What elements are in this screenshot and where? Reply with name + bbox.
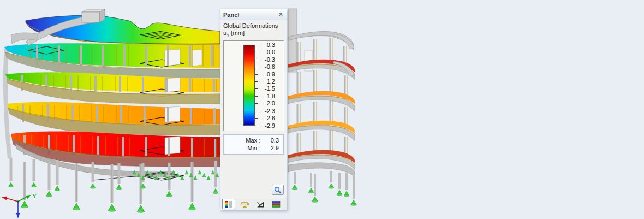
protractor-icon bbox=[256, 200, 265, 208]
panel-zoom-button[interactable] bbox=[272, 185, 284, 195]
close-icon[interactable]: ✕ bbox=[278, 11, 284, 17]
mini-support-cone bbox=[198, 170, 201, 174]
quantity-unit: [mm] bbox=[231, 29, 245, 36]
tick-mark bbox=[255, 96, 258, 97]
tick-mark bbox=[255, 81, 258, 82]
y-axis-arrowhead bbox=[26, 195, 31, 199]
tick-mark bbox=[255, 67, 258, 67]
result-quantity-label: uY [mm] bbox=[223, 29, 284, 39]
support-cones bbox=[9, 182, 219, 212]
scale-tick: -0.9 bbox=[255, 72, 275, 78]
quantity-subscript: Y bbox=[226, 33, 229, 38]
scale-tick: -1.8 bbox=[255, 93, 275, 99]
min-label: Min bbox=[241, 144, 257, 152]
display-colors-icon bbox=[272, 200, 281, 208]
panel-titlebar[interactable]: Panel ✕ bbox=[220, 9, 287, 20]
scale-tick: -2.0 bbox=[255, 100, 275, 106]
x-axis-arrowhead bbox=[2, 197, 7, 200]
scale-tick: -2.3 bbox=[255, 108, 275, 114]
tick-mark bbox=[255, 111, 258, 111]
mini-support-cone bbox=[194, 176, 197, 180]
scale-tick: -2.9 bbox=[255, 123, 275, 129]
tab-color-scale[interactable] bbox=[222, 199, 235, 209]
max-label: Max bbox=[241, 137, 257, 144]
scale-tick: -0.6 bbox=[255, 64, 275, 70]
tick-label: -0.9 bbox=[260, 72, 275, 78]
model-viewport[interactable]: Y bbox=[0, 0, 644, 219]
z-axis-arrowhead bbox=[16, 213, 20, 218]
x-axis bbox=[7, 198, 18, 202]
tick-label: -0.6 bbox=[260, 64, 275, 70]
y-axis-label: Y bbox=[33, 193, 36, 199]
tick-label: -2.0 bbox=[260, 100, 275, 106]
color-scale-icon bbox=[224, 200, 233, 208]
scale-tick: 0.3 bbox=[255, 42, 275, 48]
building-model bbox=[3, 9, 220, 212]
panel-toolbar bbox=[220, 198, 287, 210]
max-separator: : bbox=[257, 137, 263, 144]
tab-angles[interactable] bbox=[254, 199, 267, 209]
scale-tick: -2.6 bbox=[255, 115, 275, 121]
panel-window[interactable]: Panel ✕ Global Deformations uY [mm] 0.30… bbox=[220, 9, 287, 210]
scale-tick: 0.0 bbox=[255, 49, 275, 55]
scales-icon bbox=[240, 200, 249, 208]
panel-body: Global Deformations uY [mm] 0.30.0-0.3-0… bbox=[220, 20, 287, 198]
result-type-label: Global Deformations bbox=[223, 22, 284, 29]
tick-mark bbox=[255, 118, 258, 119]
tick-label: -1.2 bbox=[260, 79, 275, 85]
tick-label: -1.5 bbox=[260, 86, 275, 92]
tick-label: -2.6 bbox=[260, 115, 275, 121]
panel-title: Panel bbox=[223, 11, 278, 18]
min-separator: : bbox=[257, 144, 263, 152]
panel-spacer bbox=[223, 155, 284, 185]
color-scale: 0.30.0-0.3-0.6-0.9-1.2-1.5-1.8-2.0-2.3-2… bbox=[223, 40, 284, 131]
mini-support-cone bbox=[202, 173, 206, 177]
minmax-box: Max : 0.3 Min : -2.9 bbox=[223, 134, 284, 155]
application-viewport: { "app": { "background_color": "#e9edf4"… bbox=[0, 0, 644, 219]
coordinate-axes: Y bbox=[2, 193, 36, 218]
roof-core-box bbox=[82, 12, 99, 22]
min-value: -2.9 bbox=[263, 144, 279, 152]
axes-origin bbox=[17, 201, 19, 203]
tick-label: -0.3 bbox=[260, 57, 275, 63]
tick-label: -2.3 bbox=[260, 108, 275, 114]
scale-tick: -1.5 bbox=[255, 86, 275, 92]
tick-label: 0.3 bbox=[260, 42, 275, 48]
tick-label: -1.8 bbox=[260, 93, 275, 99]
tick-mark bbox=[255, 74, 258, 75]
tick-mark bbox=[255, 88, 258, 89]
max-value: 0.3 bbox=[263, 137, 279, 144]
scale-tick: -1.2 bbox=[255, 79, 275, 85]
tab-factors[interactable] bbox=[238, 199, 251, 209]
min-row: Min : -2.9 bbox=[224, 144, 279, 152]
magnifier-icon bbox=[274, 186, 282, 194]
max-row: Max : 0.3 bbox=[224, 137, 279, 144]
color-scale-gradient bbox=[243, 45, 255, 126]
tick-label: 0.0 bbox=[260, 49, 275, 55]
mini-support-cone bbox=[211, 170, 214, 174]
tick-mark bbox=[255, 45, 258, 45]
tick-mark bbox=[255, 126, 258, 126]
tick-mark bbox=[255, 52, 258, 52]
mini-support-cone bbox=[207, 176, 210, 180]
tick-label: -2.9 bbox=[260, 123, 275, 129]
scale-tick: -0.3 bbox=[255, 57, 275, 63]
tick-mark bbox=[255, 103, 258, 104]
building-right-end bbox=[288, 9, 356, 205]
tab-display-colors[interactable] bbox=[270, 199, 283, 209]
tick-mark bbox=[255, 60, 258, 60]
mini-support-cone bbox=[185, 170, 188, 174]
